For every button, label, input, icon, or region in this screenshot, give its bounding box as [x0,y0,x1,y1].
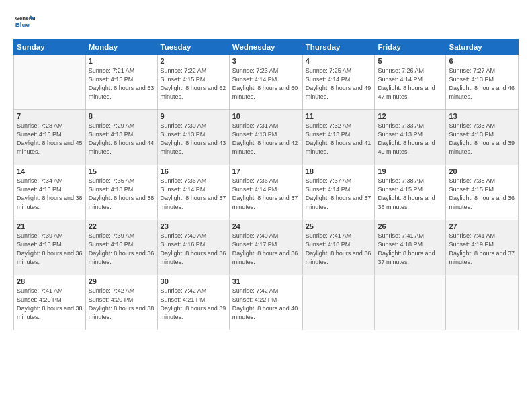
day-info: Sunrise: 7:42 AMSunset: 4:22 PMDaylight:… [232,287,300,322]
weekday-header: Saturday [446,40,519,55]
calendar-cell: 9Sunrise: 7:30 AMSunset: 4:13 PMDaylight… [157,110,229,165]
day-info: Sunrise: 7:40 AMSunset: 4:16 PMDaylight:… [161,232,226,267]
calendar-cell [14,55,86,110]
day-number: 24 [232,222,300,230]
day-number: 9 [161,112,226,120]
day-info: Sunrise: 7:27 AMSunset: 4:13 PMDaylight:… [449,66,515,101]
day-number: 31 [232,277,300,285]
day-info: Sunrise: 7:29 AMSunset: 4:13 PMDaylight:… [89,122,154,156]
day-info: Sunrise: 7:36 AMSunset: 4:14 PMDaylight:… [232,177,300,212]
day-info: Sunrise: 7:21 AMSunset: 4:15 PMDaylight:… [89,66,154,101]
day-info: Sunrise: 7:41 AMSunset: 4:20 PMDaylight:… [17,287,83,322]
day-number: 18 [306,167,372,175]
day-number: 7 [17,112,83,120]
day-info: Sunrise: 7:36 AMSunset: 4:14 PMDaylight:… [161,177,226,212]
day-number: 25 [306,222,372,230]
calendar-cell: 8Sunrise: 7:29 AMSunset: 4:13 PMDaylight… [85,110,157,165]
day-number: 11 [306,112,372,120]
day-number: 30 [161,277,226,285]
day-info: Sunrise: 7:39 AMSunset: 4:16 PMDaylight:… [89,232,154,267]
day-number: 1 [89,57,154,65]
calendar-cell: 3Sunrise: 7:23 AMSunset: 4:14 PMDaylight… [229,55,302,110]
calendar-cell: 12Sunrise: 7:33 AMSunset: 4:13 PMDayligh… [375,110,446,165]
day-info: Sunrise: 7:41 AMSunset: 4:18 PMDaylight:… [306,232,372,267]
day-info: Sunrise: 7:33 AMSunset: 4:13 PMDaylight:… [378,122,443,156]
weekday-header: Tuesday [157,40,229,55]
calendar-header-row: SundayMondayTuesdayWednesdayThursdayFrid… [14,40,519,55]
day-info: Sunrise: 7:33 AMSunset: 4:13 PMDaylight:… [449,122,515,156]
day-number: 3 [232,57,300,65]
day-number: 10 [232,112,300,120]
day-info: Sunrise: 7:31 AMSunset: 4:13 PMDaylight:… [232,122,300,156]
day-number: 4 [306,57,372,65]
calendar-cell: 31Sunrise: 7:42 AMSunset: 4:22 PMDayligh… [229,275,302,330]
calendar-table: SundayMondayTuesdayWednesdayThursdayFrid… [13,39,519,330]
day-number: 27 [449,222,515,230]
day-info: Sunrise: 7:30 AMSunset: 4:13 PMDaylight:… [161,122,226,156]
logo-icon: General Blue [13,11,35,32]
calendar-week-row: 21Sunrise: 7:39 AMSunset: 4:15 PMDayligh… [14,220,519,275]
weekday-header: Sunday [14,40,86,55]
header: General Blue [13,11,519,32]
calendar-week-row: 28Sunrise: 7:41 AMSunset: 4:20 PMDayligh… [14,275,519,330]
calendar-cell [302,275,375,330]
day-number: 21 [17,222,83,230]
weekday-header: Wednesday [229,40,302,55]
calendar-cell: 19Sunrise: 7:38 AMSunset: 4:15 PMDayligh… [375,165,446,220]
day-number: 8 [89,112,154,120]
calendar-week-row: 1Sunrise: 7:21 AMSunset: 4:15 PMDaylight… [14,55,519,110]
day-info: Sunrise: 7:40 AMSunset: 4:17 PMDaylight:… [232,232,300,267]
calendar-week-row: 7Sunrise: 7:28 AMSunset: 4:13 PMDaylight… [14,110,519,165]
calendar-cell [375,275,446,330]
calendar-cell: 11Sunrise: 7:32 AMSunset: 4:13 PMDayligh… [302,110,375,165]
day-info: Sunrise: 7:37 AMSunset: 4:14 PMDaylight:… [306,177,372,212]
calendar-cell: 16Sunrise: 7:36 AMSunset: 4:14 PMDayligh… [157,165,229,220]
day-info: Sunrise: 7:26 AMSunset: 4:14 PMDaylight:… [378,66,443,101]
day-info: Sunrise: 7:41 AMSunset: 4:18 PMDaylight:… [378,232,443,267]
day-number: 15 [89,167,154,175]
calendar-cell: 22Sunrise: 7:39 AMSunset: 4:16 PMDayligh… [85,220,157,275]
day-info: Sunrise: 7:38 AMSunset: 4:15 PMDaylight:… [449,177,515,212]
weekday-header: Monday [85,40,157,55]
calendar-cell: 21Sunrise: 7:39 AMSunset: 4:15 PMDayligh… [14,220,86,275]
calendar-cell: 28Sunrise: 7:41 AMSunset: 4:20 PMDayligh… [14,275,86,330]
day-number: 13 [449,112,515,120]
day-number: 6 [449,57,515,65]
page: General Blue SundayMondayTuesdayWednesda… [0,0,532,411]
day-info: Sunrise: 7:25 AMSunset: 4:14 PMDaylight:… [306,66,372,101]
day-number: 17 [232,167,300,175]
day-number: 5 [378,57,443,65]
day-number: 2 [161,57,226,65]
calendar-cell: 14Sunrise: 7:34 AMSunset: 4:13 PMDayligh… [14,165,86,220]
svg-text:Blue: Blue [15,21,30,28]
day-info: Sunrise: 7:39 AMSunset: 4:15 PMDaylight:… [17,232,83,267]
logo: General Blue [13,11,38,32]
calendar-cell: 13Sunrise: 7:33 AMSunset: 4:13 PMDayligh… [446,110,519,165]
day-info: Sunrise: 7:42 AMSunset: 4:21 PMDaylight:… [161,287,226,322]
calendar-week-row: 14Sunrise: 7:34 AMSunset: 4:13 PMDayligh… [14,165,519,220]
day-info: Sunrise: 7:41 AMSunset: 4:19 PMDaylight:… [449,232,515,267]
weekday-header: Thursday [302,40,375,55]
day-number: 23 [161,222,226,230]
calendar-cell: 23Sunrise: 7:40 AMSunset: 4:16 PMDayligh… [157,220,229,275]
day-info: Sunrise: 7:23 AMSunset: 4:14 PMDaylight:… [232,66,300,101]
calendar-cell: 18Sunrise: 7:37 AMSunset: 4:14 PMDayligh… [302,165,375,220]
calendar-cell: 20Sunrise: 7:38 AMSunset: 4:15 PMDayligh… [446,165,519,220]
day-info: Sunrise: 7:34 AMSunset: 4:13 PMDaylight:… [17,177,83,212]
day-number: 22 [89,222,154,230]
calendar-cell: 4Sunrise: 7:25 AMSunset: 4:14 PMDaylight… [302,55,375,110]
day-number: 20 [449,167,515,175]
calendar-cell: 30Sunrise: 7:42 AMSunset: 4:21 PMDayligh… [157,275,229,330]
day-number: 14 [17,167,83,175]
calendar-cell: 24Sunrise: 7:40 AMSunset: 4:17 PMDayligh… [229,220,302,275]
day-number: 29 [89,277,154,285]
calendar-cell: 7Sunrise: 7:28 AMSunset: 4:13 PMDaylight… [14,110,86,165]
calendar-cell: 26Sunrise: 7:41 AMSunset: 4:18 PMDayligh… [375,220,446,275]
calendar-cell: 6Sunrise: 7:27 AMSunset: 4:13 PMDaylight… [446,55,519,110]
day-number: 16 [161,167,226,175]
calendar-cell: 2Sunrise: 7:22 AMSunset: 4:15 PMDaylight… [157,55,229,110]
day-info: Sunrise: 7:22 AMSunset: 4:15 PMDaylight:… [161,66,226,101]
calendar-cell: 25Sunrise: 7:41 AMSunset: 4:18 PMDayligh… [302,220,375,275]
calendar-cell: 29Sunrise: 7:42 AMSunset: 4:20 PMDayligh… [85,275,157,330]
day-info: Sunrise: 7:38 AMSunset: 4:15 PMDaylight:… [378,177,443,212]
